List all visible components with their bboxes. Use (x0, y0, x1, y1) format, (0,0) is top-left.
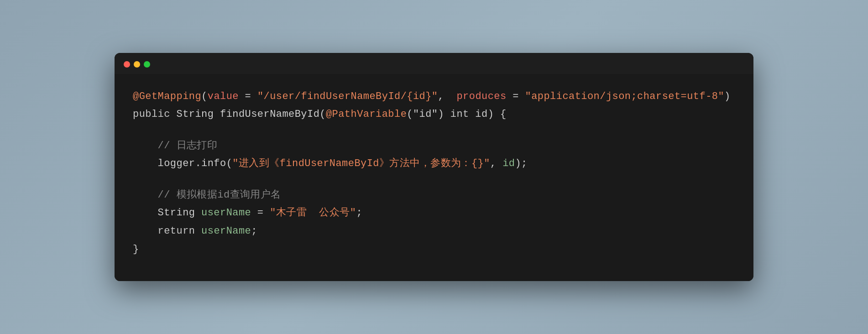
title-bar (115, 53, 753, 74)
code-line-4: logger.info("进入到《findUserNameById》方法中，参数… (133, 155, 735, 173)
blank-line-1 (133, 124, 735, 137)
code-area: @GetMapping(value = "/user/findUserNameB… (115, 74, 753, 281)
code-window: @GetMapping(value = "/user/findUserNameB… (115, 53, 753, 281)
code-line-7: return userName; (133, 222, 735, 240)
code-line-2: public String findUserNameById(@PathVari… (133, 105, 735, 124)
close-button[interactable] (124, 61, 130, 68)
minimize-button[interactable] (134, 61, 140, 68)
code-line-5: // 模拟根据id查询用户名 (133, 186, 735, 204)
code-line-6: String userName = "木子雷 公众号"; (133, 204, 735, 222)
code-line-1: @GetMapping(value = "/user/findUserNameB… (133, 88, 735, 106)
blank-line-2 (133, 173, 735, 186)
maximize-button[interactable] (144, 61, 150, 68)
code-line-8: } (133, 240, 735, 259)
code-line-3: // 日志打印 (133, 137, 735, 155)
